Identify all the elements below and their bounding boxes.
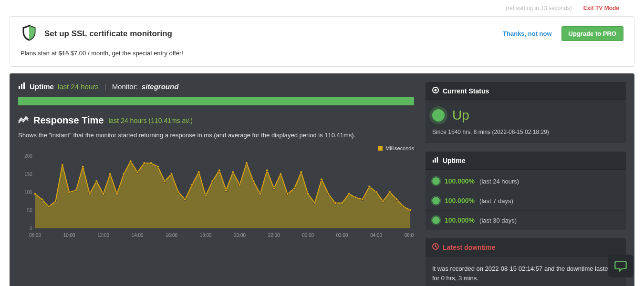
svg-point-17 bbox=[95, 180, 98, 183]
downtime-panel: Latest downtime It was recorded on 2022-… bbox=[426, 238, 626, 286]
svg-point-42 bbox=[266, 169, 268, 172]
uptime-row: 100.000%(last 7 days) bbox=[426, 191, 626, 211]
status-since: Since 1540 hrs, 8 mins (2022-08-15 02:18… bbox=[432, 129, 619, 135]
svg-point-48 bbox=[307, 193, 309, 195]
svg-point-53 bbox=[341, 202, 343, 204]
svg-point-33 bbox=[205, 194, 207, 197]
svg-point-50 bbox=[321, 178, 323, 181]
svg-text:14:00: 14:00 bbox=[132, 233, 144, 238]
status-text: Up bbox=[452, 108, 469, 123]
line-chart-icon bbox=[18, 115, 29, 126]
svg-point-35 bbox=[218, 169, 220, 172]
svg-point-22 bbox=[129, 160, 132, 163]
svg-point-49 bbox=[313, 202, 316, 204]
svg-point-52 bbox=[334, 202, 336, 204]
svg-point-34 bbox=[211, 180, 214, 183]
svg-rect-1 bbox=[21, 84, 22, 89]
promo-subtext: Plans start at $15 $7.00 / month, get th… bbox=[21, 50, 623, 57]
bar-chart-icon bbox=[18, 82, 26, 91]
current-status-title: Current Status bbox=[443, 87, 489, 95]
svg-text:12:00: 12:00 bbox=[97, 233, 109, 238]
legend-swatch bbox=[378, 146, 383, 151]
svg-point-18 bbox=[102, 193, 104, 195]
response-time-title: Response Time bbox=[33, 115, 104, 126]
svg-text:200: 200 bbox=[24, 154, 32, 159]
svg-point-46 bbox=[293, 187, 295, 190]
svg-point-30 bbox=[184, 198, 187, 201]
svg-point-61 bbox=[395, 198, 398, 201]
downtime-title: Latest downtime bbox=[443, 244, 495, 251]
svg-point-77 bbox=[435, 89, 437, 92]
upgrade-to-pro-button[interactable]: Upgrade to PRO bbox=[561, 26, 623, 41]
svg-text:02:00: 02:00 bbox=[336, 233, 348, 238]
uptime-row: 100.000%(last 24 hours) bbox=[426, 172, 626, 191]
svg-point-28 bbox=[170, 173, 173, 175]
dashboard: Uptime last 24 hours | Monitor: sitegrou… bbox=[10, 73, 634, 286]
svg-point-45 bbox=[286, 193, 289, 195]
svg-point-37 bbox=[232, 171, 234, 174]
svg-point-13 bbox=[68, 191, 71, 193]
uptime-row: 100.000%(last 30 days) bbox=[426, 211, 626, 230]
uptime-range: last 24 hours bbox=[58, 82, 99, 91]
exit-tv-mode-link[interactable]: Exit TV Mode bbox=[583, 5, 619, 11]
svg-point-43 bbox=[273, 187, 275, 190]
uptime-panel: Uptime 100.000%(last 24 hours)100.000%(l… bbox=[426, 152, 626, 230]
svg-point-57 bbox=[368, 185, 371, 188]
svg-rect-80 bbox=[437, 157, 438, 163]
promo-new-price: $7.00 / month bbox=[69, 50, 108, 57]
svg-point-60 bbox=[389, 191, 391, 193]
monitor-label: Monitor: bbox=[112, 82, 138, 91]
svg-point-12 bbox=[61, 163, 63, 166]
uptime-bar bbox=[18, 97, 414, 105]
svg-rect-2 bbox=[23, 82, 25, 89]
uptime-period: (last 24 hours) bbox=[479, 178, 519, 185]
record-icon bbox=[432, 87, 439, 95]
svg-rect-0 bbox=[19, 86, 20, 89]
divider: | bbox=[104, 82, 106, 91]
certificate-icon bbox=[432, 216, 440, 224]
refresh-countdown: (refreshing in 13 seconds) bbox=[506, 5, 572, 11]
svg-point-11 bbox=[54, 200, 57, 202]
svg-point-25 bbox=[150, 162, 152, 164]
svg-point-51 bbox=[327, 193, 330, 195]
svg-text:50: 50 bbox=[27, 208, 32, 213]
svg-point-63 bbox=[409, 209, 412, 211]
svg-text:10:00: 10:00 bbox=[63, 233, 75, 238]
svg-point-16 bbox=[88, 193, 91, 195]
svg-point-15 bbox=[82, 165, 84, 168]
svg-point-56 bbox=[361, 198, 364, 201]
svg-point-38 bbox=[239, 184, 241, 186]
uptime-label: Uptime bbox=[30, 82, 54, 91]
promo-banner: Set up SSL certificate monitoring Thanks… bbox=[10, 16, 634, 67]
svg-point-8 bbox=[34, 193, 36, 195]
svg-text:18:00: 18:00 bbox=[200, 233, 212, 238]
thanks-not-now-link[interactable]: Thanks, not now bbox=[503, 30, 552, 37]
svg-text:20:00: 20:00 bbox=[234, 233, 246, 238]
svg-text:150: 150 bbox=[24, 172, 32, 177]
svg-rect-79 bbox=[435, 158, 436, 163]
legend-label: Milliseconds bbox=[385, 145, 414, 151]
svg-text:08:00: 08:00 bbox=[29, 233, 41, 238]
chat-widget-button[interactable] bbox=[608, 255, 634, 277]
svg-text:22:00: 22:00 bbox=[268, 233, 280, 238]
svg-point-20 bbox=[116, 193, 118, 195]
promo-title: Set up SSL certificate monitoring bbox=[44, 29, 172, 39]
svg-point-39 bbox=[245, 162, 248, 164]
svg-point-44 bbox=[280, 173, 282, 175]
response-time-chart[interactable]: 05010015020008:0010:0012:0014:0016:0018:… bbox=[18, 154, 414, 240]
svg-point-40 bbox=[252, 180, 255, 183]
uptime-pct: 100.000% bbox=[445, 216, 475, 224]
shield-icon bbox=[21, 24, 38, 43]
uptime-pct: 100.000% bbox=[445, 197, 475, 204]
svg-text:0: 0 bbox=[30, 226, 32, 231]
svg-rect-78 bbox=[433, 160, 434, 163]
svg-point-55 bbox=[354, 196, 357, 199]
downtime-text: It was recorded on 2022-08-15 02:14:57 a… bbox=[432, 264, 619, 283]
svg-point-9 bbox=[41, 198, 43, 201]
svg-text:100: 100 bbox=[24, 190, 32, 195]
certificate-icon bbox=[432, 197, 440, 204]
current-status-panel: Current Status Up Since 1540 hrs, 8 mins… bbox=[426, 82, 626, 143]
svg-text:16:00: 16:00 bbox=[166, 233, 177, 238]
svg-point-26 bbox=[156, 165, 159, 168]
svg-text:04:00: 04:00 bbox=[370, 233, 382, 238]
